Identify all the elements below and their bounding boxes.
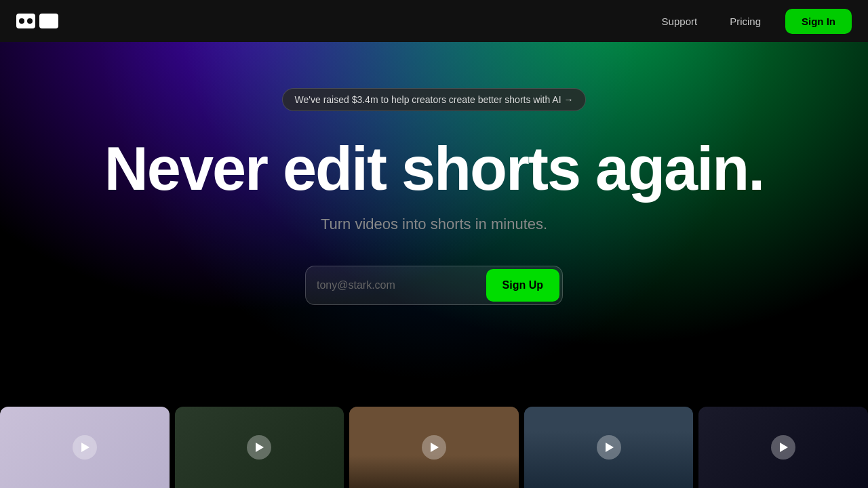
- email-input[interactable]: [317, 269, 486, 302]
- signup-button[interactable]: Sign Up: [486, 269, 559, 302]
- thumb-inner-2: [175, 407, 344, 488]
- announcement-banner[interactable]: We've raised $3.4m to help creators crea…: [282, 88, 587, 111]
- thumbnail-3: [349, 407, 519, 488]
- logo: [16, 14, 58, 28]
- logo-icon-right: [39, 14, 58, 28]
- thumb-inner-1: [0, 407, 170, 488]
- hero-subtitle: Turn videos into shorts in minutes.: [321, 216, 547, 233]
- hero-title: Never edit shorts again.: [104, 138, 764, 199]
- hero-content: We've raised $3.4m to help creators crea…: [0, 88, 868, 305]
- play-button-5[interactable]: [771, 435, 795, 460]
- play-button-4[interactable]: [597, 435, 621, 460]
- thumbnail-2: [175, 407, 344, 488]
- logo-icon-left: [16, 14, 35, 28]
- navbar: Support Pricing Sign In: [0, 0, 868, 42]
- nav-links: Support Pricing Sign In: [648, 9, 852, 34]
- thumbnails-row: [0, 407, 868, 488]
- sign-in-button[interactable]: Sign In: [785, 9, 852, 34]
- thumb-inner-5: [698, 407, 868, 488]
- thumbnail-1: [0, 407, 170, 488]
- thumb-inner-3: [349, 407, 519, 488]
- thumbnail-5: [698, 407, 868, 488]
- pricing-link[interactable]: Pricing: [716, 10, 774, 33]
- play-button-2[interactable]: [247, 435, 271, 460]
- play-button-1[interactable]: [73, 435, 97, 460]
- announcement-text: We've raised $3.4m to help creators crea…: [295, 94, 574, 105]
- thumb-inner-4: [524, 407, 694, 488]
- support-link[interactable]: Support: [648, 10, 711, 33]
- thumbnail-4: [524, 407, 694, 488]
- play-button-3[interactable]: [422, 435, 446, 460]
- hero-section: We've raised $3.4m to help creators crea…: [0, 0, 868, 488]
- email-form: Sign Up: [305, 266, 563, 305]
